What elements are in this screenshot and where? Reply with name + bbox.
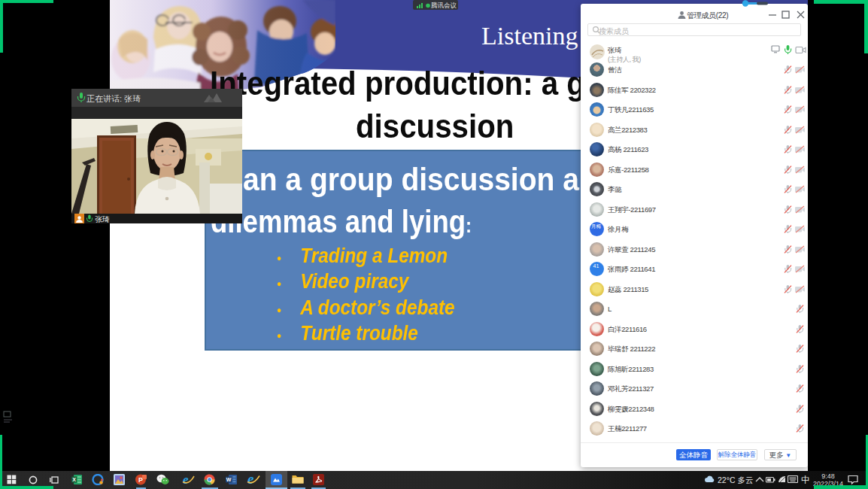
svg-text:W: W [226,477,232,482]
svg-text:e: e [183,473,189,486]
svg-text:X: X [72,477,76,482]
svg-text:e: e [247,472,254,486]
